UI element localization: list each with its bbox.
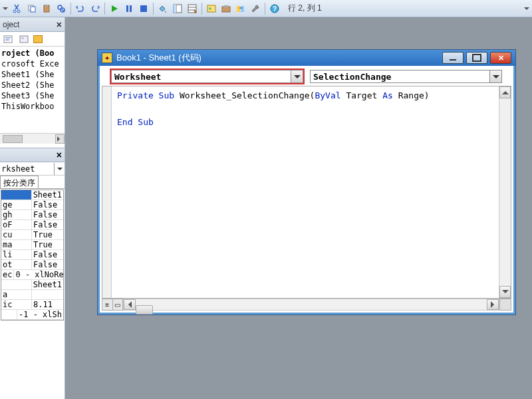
code-editor[interactable]: Private Sub Worksheet_SelectionChange(By…	[112, 86, 499, 298]
maximize-button[interactable]	[466, 52, 487, 64]
code-vscroll[interactable]	[499, 86, 511, 298]
chevron-down-icon[interactable]	[291, 70, 303, 82]
object-browser-icon[interactable]	[205, 2, 218, 15]
code-area: Private Sub Worksheet_SelectionChange(By…	[102, 86, 511, 299]
property-row: Sheet1	[1, 190, 63, 200]
toolbar-dropdown-icon[interactable]	[1, 2, 9, 15]
code-gutter	[102, 86, 112, 298]
view-mode-buttons: ≡ ▭	[102, 299, 123, 311]
copy-icon[interactable]	[25, 2, 39, 15]
tree-item[interactable]: Sheet1 (She	[0, 69, 65, 80]
help-icon[interactable]: ?	[268, 2, 281, 15]
property-row: -1 - xlSh	[1, 310, 63, 320]
svg-rect-22	[237, 6, 240, 12]
module-icon: ✦	[102, 53, 112, 63]
pause-icon[interactable]	[122, 2, 136, 15]
find-icon[interactable]	[55, 2, 68, 15]
dropdown-icon[interactable]	[54, 163, 65, 175]
svg-point-0	[13, 10, 16, 13]
tree-folder-node[interactable]: crosoft Exce	[0, 59, 65, 69]
svg-rect-10	[130, 5, 132, 12]
properties-tabs: 按分类序	[0, 176, 65, 189]
scroll-left-icon[interactable]	[124, 299, 136, 310]
property-row: oFFalse	[1, 220, 63, 230]
tools-icon[interactable]	[249, 2, 262, 15]
chevron-down-icon[interactable]	[489, 70, 501, 82]
folder-toggle-icon[interactable]	[33, 35, 43, 43]
property-row: maTrue	[1, 240, 63, 250]
property-row: otFalse	[1, 260, 63, 270]
tree-item[interactable]: Sheet2 (She	[0, 80, 65, 90]
property-row: Sheet1	[1, 280, 63, 290]
svg-rect-21	[224, 5, 228, 7]
project-hscroll[interactable]	[0, 133, 65, 144]
toolbox-icon[interactable]	[219, 2, 233, 15]
scrollbar-thumb[interactable]	[3, 135, 23, 143]
properties-selected-text: rksheet	[0, 164, 54, 174]
property-row: cuTrue	[1, 230, 63, 240]
full-module-view-icon[interactable]: ▭	[113, 299, 123, 310]
undo-icon[interactable]	[74, 2, 87, 15]
scroll-down-icon[interactable]	[499, 286, 511, 298]
code-window-title: Book1 - Sheet1 (代码)	[116, 52, 201, 64]
code-window-titlebar[interactable]: ✦ Book1 - Sheet1 (代码)	[98, 50, 515, 66]
stop-icon[interactable]	[137, 2, 150, 15]
svg-point-19	[209, 7, 211, 10]
svg-text:?: ?	[273, 5, 277, 13]
view-object-icon[interactable]	[17, 33, 31, 46]
tree-item[interactable]: ThisWorkboo	[0, 101, 65, 112]
project-explorer-icon[interactable]	[171, 2, 184, 15]
svg-rect-11	[140, 5, 147, 12]
left-panel: oject × roject (Boo crosoft Exce Sheet1 …	[0, 17, 65, 399]
project-tree[interactable]: roject (Boo crosoft Exce Sheet1 (She She…	[0, 47, 65, 113]
run-icon[interactable]	[108, 2, 121, 15]
redo-icon[interactable]	[88, 2, 102, 15]
procedure-dropdown[interactable]: SelectionChange	[310, 70, 502, 83]
cut-icon[interactable]	[11, 2, 24, 15]
mdi-area: ✦ Book1 - Sheet1 (代码) Worksheet Selectio…	[65, 17, 532, 399]
tree-project-node[interactable]: roject (Boo	[0, 48, 65, 59]
view-code-icon[interactable]	[1, 33, 15, 46]
minimize-button[interactable]	[442, 52, 464, 64]
code-window[interactable]: ✦ Book1 - Sheet1 (代码) Worksheet Selectio…	[97, 49, 516, 315]
project-pane-label: oject	[3, 20, 19, 29]
code-bottom-bar: ≡ ▭	[102, 299, 511, 311]
main-toolbar: ? 行 2, 列 1	[0, 0, 532, 17]
svg-point-1	[17, 10, 20, 13]
properties-object-selector[interactable]: rksheet	[0, 162, 65, 176]
properties-icon[interactable]	[186, 2, 199, 15]
procedure-view-icon[interactable]: ≡	[102, 299, 113, 310]
property-row: ghFalse	[1, 210, 63, 220]
svg-rect-14	[174, 5, 176, 13]
design-mode-icon[interactable]	[156, 2, 170, 15]
property-row: liFalse	[1, 250, 63, 260]
tab-categorized[interactable]: 按分类序	[0, 176, 39, 188]
svg-rect-23	[241, 6, 244, 12]
object-dropdown-text: Worksheet	[112, 72, 291, 82]
project-close-icon[interactable]: ×	[57, 19, 62, 30]
property-row: a	[1, 290, 63, 300]
properties-pane-title: ×	[0, 148, 65, 162]
svg-rect-3	[31, 7, 35, 12]
svg-rect-5	[45, 5, 48, 7]
toolbar-overflow-icon[interactable]	[523, 2, 531, 15]
properties-grid[interactable]: Sheet1 geFalse ghFalse oFFalse cuTrue ma…	[1, 190, 64, 321]
scroll-right-icon[interactable]	[487, 299, 499, 310]
property-row: geFalse	[1, 200, 63, 210]
svg-rect-26	[4, 36, 12, 43]
code-dropdown-row: Worksheet SelectionChange	[98, 67, 515, 83]
svg-rect-20	[222, 7, 230, 12]
references-icon[interactable]	[234, 2, 247, 15]
tree-item[interactable]: Sheet3 (She	[0, 90, 65, 101]
scroll-up-icon[interactable]	[499, 86, 511, 98]
resize-grip[interactable]	[499, 299, 511, 311]
close-button[interactable]	[490, 52, 511, 64]
scroll-right-icon[interactable]	[55, 134, 65, 144]
paste-icon[interactable]	[40, 2, 53, 15]
scrollbar-track[interactable]	[499, 98, 511, 286]
object-dropdown[interactable]: Worksheet	[111, 70, 303, 83]
code-hscroll[interactable]	[123, 299, 499, 311]
project-tree-toolbar	[0, 32, 65, 47]
properties-close-icon[interactable]: ×	[57, 150, 62, 160]
scrollbar-thumb[interactable]	[136, 305, 153, 315]
